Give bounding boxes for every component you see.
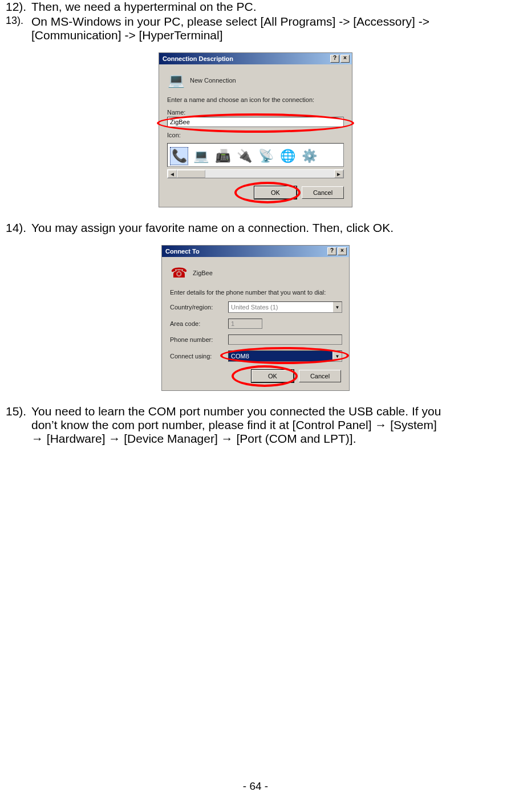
connection-description-dialog: Connection Description ? × 💻 New Connect…: [159, 52, 352, 207]
step-12: 12). Then, we need a hyperterminal on th…: [6, 0, 505, 14]
step-text: You may assign your favorite name on a c…: [31, 221, 505, 235]
icon-label: Icon:: [167, 132, 344, 138]
dialog-title: Connection Description: [163, 55, 330, 62]
icon-option-7[interactable]: ⚙️: [300, 147, 318, 165]
close-button[interactable]: ×: [338, 247, 347, 255]
phone-number-label: Phone number:: [170, 336, 225, 343]
chevron-down-icon[interactable]: ▼: [332, 351, 342, 361]
icon-title: New Connection: [190, 77, 236, 84]
connect-using-select[interactable]: COM8 ▼: [228, 350, 342, 362]
icon-option-1[interactable]: 📞: [170, 147, 188, 165]
step-15-line3: → [Hardware] → [Device Manager] → [Port …: [31, 432, 356, 445]
phone-number-input: [228, 334, 342, 345]
connection-name: ZigBee: [193, 270, 213, 276]
step-13-line2: [Communication] -> [HyperTerminal]: [31, 28, 223, 42]
dialog-titlebar[interactable]: Connect To ? ×: [162, 246, 349, 257]
step-15-line1: You need to learn the COM port number yo…: [31, 405, 441, 418]
step-num: 15).: [6, 405, 31, 418]
scroll-right-button[interactable]: ►: [334, 170, 343, 178]
area-code-input: [228, 319, 262, 329]
ok-button[interactable]: OK: [252, 370, 294, 382]
scroll-thumb[interactable]: [177, 170, 205, 178]
scroll-left-button[interactable]: ◄: [168, 170, 177, 178]
icon-option-6[interactable]: 🌐: [278, 147, 297, 165]
connect-using-value: COM8: [229, 351, 332, 361]
step-num: 13).: [6, 15, 31, 27]
step-text: Then, we need a hyperterminal on the PC.: [31, 0, 505, 14]
country-value: United States (1): [229, 302, 332, 312]
prompt-text: Enter details for the phone number that …: [170, 289, 341, 296]
step-text: You need to learn the COM port number yo…: [31, 405, 505, 446]
country-label: Country/region:: [170, 304, 225, 311]
icon-option-5[interactable]: 📡: [257, 147, 275, 165]
help-button[interactable]: ?: [330, 55, 339, 63]
connect-to-dialog: Connect To ? × ☎ ZigBee Enter details fo…: [161, 245, 350, 391]
page-number: - 64 -: [0, 780, 511, 793]
icon-option-2[interactable]: 💻: [192, 147, 210, 165]
help-button[interactable]: ?: [327, 247, 336, 255]
dialog-title: Connect To: [165, 248, 327, 255]
name-label: Name:: [167, 109, 344, 116]
close-button[interactable]: ×: [340, 55, 350, 63]
icon-option-4[interactable]: 🔌: [235, 147, 253, 165]
country-select: United States (1) ▼: [228, 301, 342, 313]
icon-picker[interactable]: 📞 💻 📠 🔌 📡 🌐 ⚙️: [167, 143, 344, 167]
cancel-button[interactable]: Cancel: [302, 186, 344, 199]
step-15: 15). You need to learn the COM port numb…: [6, 405, 505, 446]
new-connection-icon: 💻: [167, 71, 185, 89]
step-text: On MS-Windows in your PC, please select …: [31, 15, 505, 42]
step-13: 13). On MS-Windows in your PC, please se…: [6, 15, 505, 42]
area-code-label: Area code:: [170, 320, 225, 327]
connection-icon: ☎: [170, 264, 188, 282]
connect-using-label: Connect using:: [170, 353, 225, 360]
prompt-text: Enter a name and choose an icon for the …: [167, 96, 344, 103]
step-num: 12).: [6, 0, 31, 14]
ok-button[interactable]: OK: [254, 186, 297, 199]
step-15-line2: don’t know the com port number, please f…: [31, 418, 437, 431]
chevron-down-icon: ▼: [332, 302, 342, 312]
icon-option-3[interactable]: 📠: [213, 147, 232, 165]
cancel-button[interactable]: Cancel: [299, 370, 341, 382]
name-input[interactable]: [167, 117, 344, 127]
icon-scrollbar[interactable]: ◄ ►: [167, 169, 344, 178]
step-14: 14). You may assign your favorite name o…: [6, 221, 505, 235]
step-num: 14).: [6, 221, 31, 235]
dialog-titlebar[interactable]: Connection Description ? ×: [159, 53, 352, 64]
step-13-line1: On MS-Windows in your PC, please select …: [31, 15, 429, 28]
